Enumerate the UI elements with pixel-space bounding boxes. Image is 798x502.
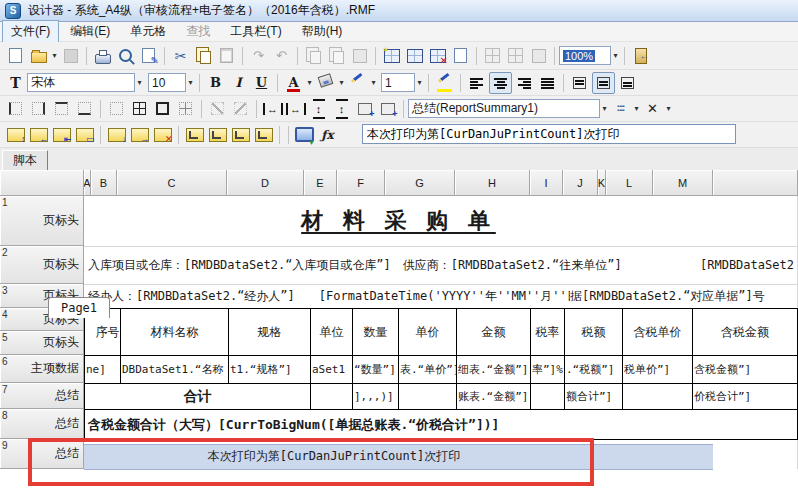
font-color-icon[interactable] [283,73,304,93]
menu-file[interactable]: 文件(F) [2,20,59,43]
fit-width-icon[interactable] [262,99,283,119]
report-col-header[interactable]: 单价 [398,308,457,356]
report-title-cell[interactable]: 材 料 采 购 单 [84,196,713,246]
border-inner-icon[interactable] [175,99,196,119]
column-header[interactable]: J [563,170,598,196]
delete-band-icon[interactable] [642,99,663,119]
band-select[interactable]: 总结(ReportSummary1) [408,99,600,118]
row-header[interactable]: 1 页标头 [0,196,84,246]
column-header[interactable]: B [91,170,117,196]
report-col-header[interactable]: 数量 [352,308,399,356]
report-data-cell[interactable]: 率”]% [530,355,565,384]
total-empty-cell[interactable] [622,383,693,410]
total-empty-cell[interactable] [398,383,457,410]
row-header[interactable]: 8 总结 [0,409,84,439]
column-header[interactable]: K [598,170,606,196]
script-tab-button[interactable]: 脚本 [2,150,48,171]
report-data-cell[interactable]: 含税金额”] [692,355,798,384]
column-header[interactable]: G [385,170,455,196]
function-icon[interactable] [317,125,338,145]
column-header[interactable]: A [84,170,91,196]
report-col-header[interactable]: 单位 [310,308,353,356]
report-header2-right-cell[interactable]: 据[RMDBDataSet2.“对应单据”]号 [570,284,798,308]
report-data-cell[interactable]: “数量”] [352,355,399,384]
highlight-icon[interactable] [434,73,455,93]
report-data-cell[interactable]: t1.“规格”] [228,355,311,384]
valign-middle-icon[interactable] [592,72,615,94]
row-header[interactable]: 6 主项数据 [0,355,84,383]
report-col-header[interactable]: 含税单价 [622,308,693,356]
report-data-cell[interactable]: .“税额”] [564,355,623,384]
expand-width-icon[interactable] [285,99,306,119]
corner-header[interactable] [0,170,84,196]
border-right-icon[interactable] [28,99,49,119]
report-col-header[interactable]: 含税金额 [692,308,798,356]
report-data-cell[interactable]: aSet1 [310,355,353,384]
report-header1-cell[interactable]: 入库项目或仓库：[RMDBDataSet2.“入库项目或仓库”] 供应商：[RM… [88,246,688,284]
column-header[interactable]: D [227,170,304,196]
menu-cell[interactable]: 单元格 [121,20,175,43]
align-center-icon[interactable] [489,72,512,94]
add-cell-right-icon[interactable] [354,99,375,119]
italic-icon[interactable] [228,73,249,93]
insert-col-right-icon[interactable]: → [129,125,150,145]
border-top-icon[interactable] [51,99,72,119]
expand-height-icon[interactable] [331,99,352,119]
column-header-blank[interactable] [713,170,798,196]
blank-page-icon[interactable] [450,46,471,66]
border-left-icon[interactable] [5,99,26,119]
column-header[interactable]: M [653,170,713,196]
border-none-icon[interactable] [106,99,127,119]
merge-left-icon[interactable]: ← [28,125,49,145]
underline-icon[interactable] [251,73,272,93]
border-all-icon[interactable] [129,99,150,119]
report-data-cell[interactable]: 细表.“金额”] [456,355,531,384]
bignum-cell[interactable]: 含税金额合计（大写）[CurrToBigNum([单据总账表.“价税合计”])] [84,409,798,440]
new-file-icon[interactable] [5,46,26,66]
line-style-caret[interactable] [632,100,641,118]
report-col-header[interactable]: 金额 [456,308,531,356]
align-left-icon[interactable] [466,73,487,93]
column-header[interactable]: I [530,170,563,196]
bold-icon[interactable] [205,73,226,93]
report-data-cell[interactable]: 表.“单价”] [398,355,457,384]
report-data-cell[interactable]: DBDataSet1.“名称 [120,355,229,384]
new-report-icon[interactable]: ✶ [381,46,402,66]
fit-height-icon[interactable] [308,99,329,119]
add-cell-below-icon[interactable] [377,99,398,119]
exit-icon[interactable] [630,46,651,66]
fill-color-icon[interactable] [315,73,336,93]
menu-toolbars[interactable]: 工具栏(T) [221,20,290,43]
column-header[interactable]: E [304,170,337,196]
zoom-caret[interactable] [611,47,620,65]
line-color-icon[interactable] [347,73,368,93]
menu-edit[interactable]: 编辑(E) [61,20,119,43]
row-header[interactable]: 5 页标头 [0,331,84,355]
font-dialog-icon[interactable] [5,73,26,93]
row-header[interactable]: 2 页标头 [0,246,84,284]
report-header2-cell[interactable]: 经办人：[RMDBDataSet2.“经办人”] [FormatDateTime… [88,284,570,308]
copy-icon[interactable] [193,46,214,66]
band-page-header-icon[interactable] [184,125,205,145]
delete-band-caret[interactable] [664,100,673,118]
font-size-select[interactable]: 10 [148,73,186,92]
delete-cell-icon[interactable]: ✕ [152,125,173,145]
border-outer-icon[interactable] [152,99,173,119]
formula-input[interactable] [362,124,736,144]
band-data-icon[interactable] [230,125,251,145]
column-header[interactable]: H [455,170,530,196]
font-size-caret[interactable] [186,74,195,92]
delete-report-icon[interactable]: ✕ [427,46,448,66]
total-tax-cell[interactable]: 额合计”] [564,383,623,410]
font-name-caret[interactable] [135,74,144,92]
menu-help[interactable]: 帮助(H) [293,20,352,43]
column-header[interactable]: F [337,170,385,196]
align-right-icon[interactable] [514,73,535,93]
column-header[interactable]: C [117,170,227,196]
split-cell-icon[interactable]: ↕ [5,125,26,145]
print-preview-icon[interactable] [115,46,136,66]
total-amount-cell[interactable]: 账表.“金额”] [456,383,531,410]
report-data-cell[interactable]: ne] [84,355,121,384]
row-header[interactable]: 7 总结 [0,383,84,409]
border-bottom-icon[interactable] [74,99,95,119]
